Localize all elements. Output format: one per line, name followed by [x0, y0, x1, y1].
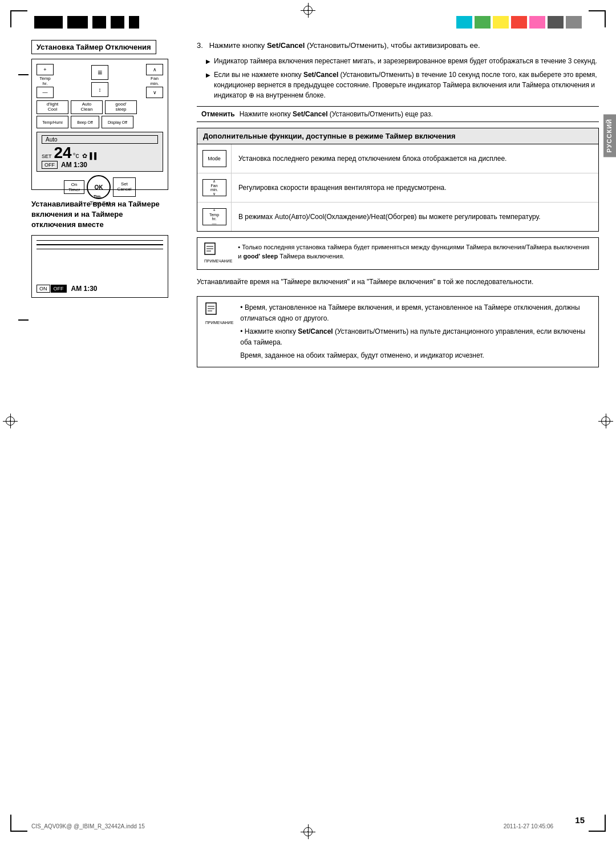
ok-btn-sublabel: Tim... [94, 195, 104, 199]
temp-hr-button[interactable]: + Temp hr. — [202, 208, 226, 225]
degree-symbol: °c [73, 152, 79, 160]
bottom-note-line2: • Нажмите кнопку Set/Cancel (Установить/… [240, 326, 590, 348]
square5 [129, 16, 139, 29]
note-icon-1: ПРИМЕЧАНИЕ [204, 242, 232, 265]
примечание-label-2: ПРИМЕЧАНИЕ [205, 319, 233, 326]
mode-buttons-row: d'lightCool AutoClean good'sleep [37, 100, 163, 114]
arrow-1: ▶ [206, 57, 210, 66]
corner-mark-tl2 [10, 10, 11, 27]
func-btn-cell-1: Mode [197, 144, 232, 173]
remote-display-area: Auto SET 24 °c ✿▐▐ OFF AM 1:30 [37, 132, 163, 172]
table-header: Дополнительные функции, доступные в режи… [197, 128, 598, 144]
func-btn-cell-2: ∧ Fan min. ∨ [197, 173, 232, 202]
color-bar [456, 16, 582, 29]
square1 [34, 16, 63, 29]
corner-mark-bl2 [10, 815, 11, 832]
off-badge: OFF [42, 161, 58, 169]
temp-humi-btn[interactable]: Temp/Humi [37, 116, 68, 128]
display-off-btn[interactable]: Display Off [102, 116, 133, 128]
cancel-text: Нажмите кнопку Set/Cancel (Установить/От… [240, 110, 433, 118]
on-indicator: ON [37, 285, 50, 293]
func-text-1: Установка последнего режима перед отключ… [232, 149, 598, 168]
reg-mark-bottom [303, 827, 313, 836]
middle-text: Устанавливайте время на "Таймере включен… [197, 277, 599, 287]
corner-mark-br2 [605, 815, 606, 832]
swatch-yellow [493, 16, 509, 29]
reg-mark-right [601, 416, 610, 426]
section-title: Установка Таймер Отключения [31, 40, 156, 54]
func-row-3: + Temp hr. — В режимах Auto(Авто)/Cool(О… [197, 203, 598, 231]
auto-badge: Auto [42, 135, 158, 144]
time-set-label: Time Set [37, 200, 163, 206]
temp-buttons: + Temphr. — [37, 64, 54, 98]
fan-down-btn[interactable]: ∨ [146, 87, 163, 98]
additional-functions-table: Дополнительные функции, доступные в режи… [197, 128, 599, 232]
left-dash-1 [18, 74, 29, 75]
auto-clean-btn[interactable]: AutoClean [71, 100, 103, 114]
corner-mark-tl [10, 10, 27, 11]
display-lines [37, 240, 163, 250]
step3-bullets: ▶ Индикатор таймера включения перестанет… [206, 56, 599, 100]
func-row-1: Mode Установка последнего режима перед о… [197, 144, 598, 173]
mode-button[interactable]: Mode [202, 150, 226, 167]
swatch-pink [529, 16, 545, 29]
temp-label: Temphr. [39, 76, 51, 86]
temperature-display: 24 [54, 145, 72, 161]
remote-control-diagram: + Temphr. — ≡ ↕ ∧ Fanmin. ∨ d'lightCo [31, 59, 168, 190]
arrow-2: ▶ [206, 71, 210, 100]
good-sleep-btn[interactable]: good'sleep [105, 100, 137, 114]
temp-minus-btn[interactable]: — [37, 87, 54, 98]
main-content: Установка Таймер Отключения + Temphr. — … [31, 40, 599, 808]
display2-inner: ON OFF AM 1:30 [37, 240, 163, 293]
note-box-1: ПРИМЕЧАНИЕ • Только последняя установка … [197, 237, 599, 270]
swatch-red [511, 16, 527, 29]
bottom-note-box: ПРИМЕЧАНИЕ • Время, установленное на Тай… [197, 296, 599, 368]
filter-btn[interactable]: ≡ [91, 65, 108, 80]
func-btn-cell-3: + Temp hr. — [197, 203, 232, 231]
corner-mark-tr [589, 10, 606, 11]
on-off-badge: ON OFF [37, 285, 67, 293]
func-text-2: Регулировка скорости вращения вентилятор… [232, 178, 598, 197]
display2-bottom: ON OFF AM 1:30 [37, 285, 163, 293]
beep-off-btn[interactable]: Beep Off [71, 116, 99, 128]
note-content-1: • Только последняя установка таймера буд… [238, 242, 591, 265]
corner-mark-tr2 [605, 10, 606, 27]
timer-row: OnTimer OK Tim... SetCancel [37, 175, 163, 199]
second-display-time: AM 1:30 [71, 285, 98, 293]
language-tab: РУССКИЙ [603, 114, 616, 157]
func-text-3: В режимах Auto(Авто)/Cool(Охлаждение)/He… [232, 207, 598, 226]
set-cancel-btn[interactable]: SetCancel [113, 177, 136, 197]
bottom-note-icon: ПРИМЕЧАНИЕ [205, 302, 233, 362]
fan-up-btn[interactable]: ∧ [146, 64, 163, 75]
bullet-2-text: Если вы не нажмете кнопку Set/Cancel (Ус… [214, 70, 599, 100]
swatch-green [475, 16, 491, 29]
middle-buttons: ≡ ↕ [91, 65, 108, 97]
left-dash-2 [18, 319, 29, 321]
settings-row: Temp/Humi Beep Off Display Off [37, 116, 163, 128]
square3 [92, 16, 106, 29]
line3 [37, 249, 163, 250]
swing-btn[interactable]: ↕ [91, 82, 108, 97]
bottom-note-line3: Время, заданное на обоих таймерах, будут… [240, 350, 590, 361]
fan-min-button[interactable]: ∧ Fan min. ∨ [202, 179, 226, 196]
print-marks-squares [34, 16, 139, 29]
temp-plus-btn[interactable]: + [37, 64, 54, 75]
step3-text: Нажмите кнопку [209, 41, 267, 50]
left-column: Установка Таймер Отключения + Temphr. — … [31, 40, 185, 298]
display-bottom: OFF AM 1:30 [42, 161, 158, 169]
swatch-gray [566, 16, 582, 29]
off-indicator: OFF [51, 285, 67, 293]
on-timer-btn[interactable]: OnTimer [64, 180, 84, 194]
step3-button-name: Set/Cancel [267, 41, 305, 50]
page-number: 15 [575, 815, 585, 825]
corner-mark-br [589, 831, 606, 832]
bottom-note-line1: • Время, установленное на Таймере включе… [240, 302, 590, 324]
ok-btn[interactable]: OK Tim... [87, 175, 111, 199]
bullet-1: ▶ Индикатор таймера включения перестанет… [206, 56, 599, 66]
line2 [37, 244, 163, 245]
dlight-cool-btn[interactable]: d'lightCool [37, 100, 68, 114]
right-column: 3. Нажмите кнопку Set/Cancel (Установить… [197, 40, 599, 367]
footer-right: 2011-1-27 10:45:06 [504, 823, 553, 829]
display-icons-area: ✿▐▐ [82, 152, 96, 160]
second-display-box: ON OFF AM 1:30 [31, 235, 168, 298]
